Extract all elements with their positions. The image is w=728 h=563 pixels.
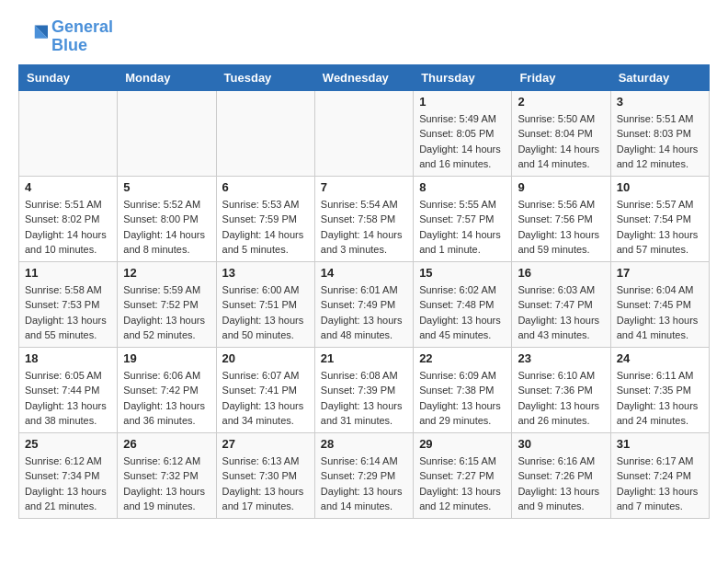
calendar-cell: 3Sunrise: 5:51 AMSunset: 8:03 PMDaylight… [610, 90, 709, 176]
day-number: 31 [617, 437, 703, 451]
calendar-cell: 10Sunrise: 5:57 AMSunset: 7:54 PMDayligh… [610, 176, 709, 261]
calendar-cell: 20Sunrise: 6:07 AMSunset: 7:41 PMDayligh… [216, 347, 314, 432]
day-info: Sunrise: 6:07 AMSunset: 7:41 PMDaylight:… [222, 368, 309, 429]
day-number: 10 [617, 180, 703, 194]
day-number: 3 [617, 95, 703, 109]
calendar-header-row: SundayMondayTuesdayWednesdayThursdayFrid… [19, 64, 710, 90]
calendar-cell [314, 90, 413, 176]
day-info: Sunrise: 6:13 AMSunset: 7:30 PMDaylight:… [222, 454, 309, 514]
day-info: Sunrise: 6:06 AMSunset: 7:42 PMDaylight:… [123, 368, 210, 429]
calendar-cell: 22Sunrise: 6:09 AMSunset: 7:38 PMDayligh… [414, 347, 512, 432]
day-info: Sunrise: 5:56 AMSunset: 7:56 PMDaylight:… [518, 197, 604, 258]
calendar-cell: 12Sunrise: 5:59 AMSunset: 7:52 PMDayligh… [118, 261, 216, 347]
week-row-5: 25Sunrise: 6:12 AMSunset: 7:34 PMDayligh… [19, 432, 710, 518]
day-info: Sunrise: 5:53 AMSunset: 7:59 PMDaylight:… [222, 197, 309, 258]
day-number: 5 [123, 180, 210, 194]
calendar-cell: 15Sunrise: 6:02 AMSunset: 7:48 PMDayligh… [414, 261, 512, 347]
week-row-3: 11Sunrise: 5:58 AMSunset: 7:53 PMDayligh… [19, 261, 710, 347]
day-number: 30 [518, 437, 604, 451]
day-number: 2 [518, 95, 604, 109]
day-number: 12 [123, 266, 210, 280]
day-info: Sunrise: 6:15 AMSunset: 7:27 PMDaylight:… [419, 454, 506, 514]
day-number: 11 [25, 266, 111, 280]
calendar-cell: 14Sunrise: 6:01 AMSunset: 7:49 PMDayligh… [314, 261, 413, 347]
day-info: Sunrise: 6:16 AMSunset: 7:26 PMDaylight:… [518, 454, 604, 514]
day-info: Sunrise: 6:01 AMSunset: 7:49 PMDaylight:… [321, 282, 407, 343]
calendar-cell: 16Sunrise: 6:03 AMSunset: 7:47 PMDayligh… [512, 261, 610, 347]
day-header-tuesday: Tuesday [216, 64, 314, 90]
day-number: 25 [25, 437, 111, 451]
day-number: 17 [617, 266, 703, 280]
calendar-cell: 2Sunrise: 5:50 AMSunset: 8:04 PMDaylight… [512, 90, 610, 176]
calendar-cell: 18Sunrise: 6:05 AMSunset: 7:44 PMDayligh… [19, 347, 118, 432]
calendar-cell: 9Sunrise: 5:56 AMSunset: 7:56 PMDaylight… [512, 176, 610, 261]
week-row-1: 1Sunrise: 5:49 AMSunset: 8:05 PMDaylight… [19, 90, 710, 176]
day-info: Sunrise: 6:03 AMSunset: 7:47 PMDaylight:… [518, 282, 604, 343]
day-number: 26 [123, 437, 210, 451]
day-number: 8 [419, 180, 506, 194]
day-info: Sunrise: 5:54 AMSunset: 7:58 PMDaylight:… [321, 197, 407, 258]
calendar-cell: 1Sunrise: 5:49 AMSunset: 8:05 PMDaylight… [414, 90, 512, 176]
day-number: 20 [222, 351, 309, 365]
day-number: 9 [518, 180, 604, 194]
day-info: Sunrise: 6:11 AMSunset: 7:35 PMDaylight:… [617, 368, 703, 429]
day-number: 16 [518, 266, 604, 280]
day-number: 28 [321, 437, 407, 451]
day-info: Sunrise: 6:12 AMSunset: 7:32 PMDaylight:… [123, 454, 210, 514]
day-header-saturday: Saturday [610, 64, 709, 90]
calendar-cell: 6Sunrise: 5:53 AMSunset: 7:59 PMDaylight… [216, 176, 314, 261]
day-info: Sunrise: 5:51 AMSunset: 8:02 PMDaylight:… [25, 197, 111, 258]
day-number: 27 [222, 437, 309, 451]
calendar-cell: 29Sunrise: 6:15 AMSunset: 7:27 PMDayligh… [414, 432, 512, 518]
day-header-monday: Monday [118, 64, 216, 90]
day-header-friday: Friday [512, 64, 610, 90]
calendar-cell: 26Sunrise: 6:12 AMSunset: 7:32 PMDayligh… [118, 432, 216, 518]
calendar-cell: 11Sunrise: 5:58 AMSunset: 7:53 PMDayligh… [19, 261, 118, 347]
calendar-cell: 4Sunrise: 5:51 AMSunset: 8:02 PMDaylight… [19, 176, 118, 261]
logo-icon [18, 22, 48, 52]
day-number: 15 [419, 266, 506, 280]
day-number: 1 [419, 95, 506, 109]
calendar-cell [216, 90, 314, 176]
calendar-cell: 24Sunrise: 6:11 AMSunset: 7:35 PMDayligh… [610, 347, 709, 432]
day-number: 21 [321, 351, 407, 365]
day-number: 24 [617, 351, 703, 365]
calendar-cell: 7Sunrise: 5:54 AMSunset: 7:58 PMDaylight… [314, 176, 413, 261]
day-info: Sunrise: 6:08 AMSunset: 7:39 PMDaylight:… [321, 368, 407, 429]
week-row-4: 18Sunrise: 6:05 AMSunset: 7:44 PMDayligh… [19, 347, 710, 432]
day-header-thursday: Thursday [414, 64, 512, 90]
day-header-sunday: Sunday [19, 64, 118, 90]
calendar-cell: 23Sunrise: 6:10 AMSunset: 7:36 PMDayligh… [512, 347, 610, 432]
day-info: Sunrise: 6:05 AMSunset: 7:44 PMDaylight:… [25, 368, 111, 429]
calendar-cell [118, 90, 216, 176]
calendar-cell: 19Sunrise: 6:06 AMSunset: 7:42 PMDayligh… [118, 347, 216, 432]
day-info: Sunrise: 6:09 AMSunset: 7:38 PMDaylight:… [419, 368, 506, 429]
day-info: Sunrise: 6:04 AMSunset: 7:45 PMDaylight:… [617, 282, 703, 343]
day-number: 29 [419, 437, 506, 451]
calendar-cell: 30Sunrise: 6:16 AMSunset: 7:26 PMDayligh… [512, 432, 610, 518]
calendar-table: SundayMondayTuesdayWednesdayThursdayFrid… [18, 64, 710, 519]
logo: General Blue [18, 18, 113, 55]
calendar-cell: 25Sunrise: 6:12 AMSunset: 7:34 PMDayligh… [19, 432, 118, 518]
day-info: Sunrise: 5:50 AMSunset: 8:04 PMDaylight:… [518, 111, 604, 172]
logo-text: General Blue [51, 18, 113, 55]
week-row-2: 4Sunrise: 5:51 AMSunset: 8:02 PMDaylight… [19, 176, 710, 261]
day-number: 14 [321, 266, 407, 280]
calendar-cell: 21Sunrise: 6:08 AMSunset: 7:39 PMDayligh… [314, 347, 413, 432]
day-info: Sunrise: 5:52 AMSunset: 8:00 PMDaylight:… [123, 197, 210, 258]
day-number: 7 [321, 180, 407, 194]
calendar-cell: 28Sunrise: 6:14 AMSunset: 7:29 PMDayligh… [314, 432, 413, 518]
page-header: General Blue [18, 18, 710, 55]
day-number: 18 [25, 351, 111, 365]
calendar-cell: 5Sunrise: 5:52 AMSunset: 8:00 PMDaylight… [118, 176, 216, 261]
day-info: Sunrise: 6:12 AMSunset: 7:34 PMDaylight:… [25, 454, 111, 514]
day-number: 23 [518, 351, 604, 365]
day-info: Sunrise: 6:00 AMSunset: 7:51 PMDaylight:… [222, 282, 309, 343]
day-info: Sunrise: 5:55 AMSunset: 7:57 PMDaylight:… [419, 197, 506, 258]
day-number: 4 [25, 180, 111, 194]
day-info: Sunrise: 5:59 AMSunset: 7:52 PMDaylight:… [123, 282, 210, 343]
day-info: Sunrise: 6:14 AMSunset: 7:29 PMDaylight:… [321, 454, 407, 514]
calendar-cell: 27Sunrise: 6:13 AMSunset: 7:30 PMDayligh… [216, 432, 314, 518]
day-info: Sunrise: 6:10 AMSunset: 7:36 PMDaylight:… [518, 368, 604, 429]
day-number: 6 [222, 180, 309, 194]
